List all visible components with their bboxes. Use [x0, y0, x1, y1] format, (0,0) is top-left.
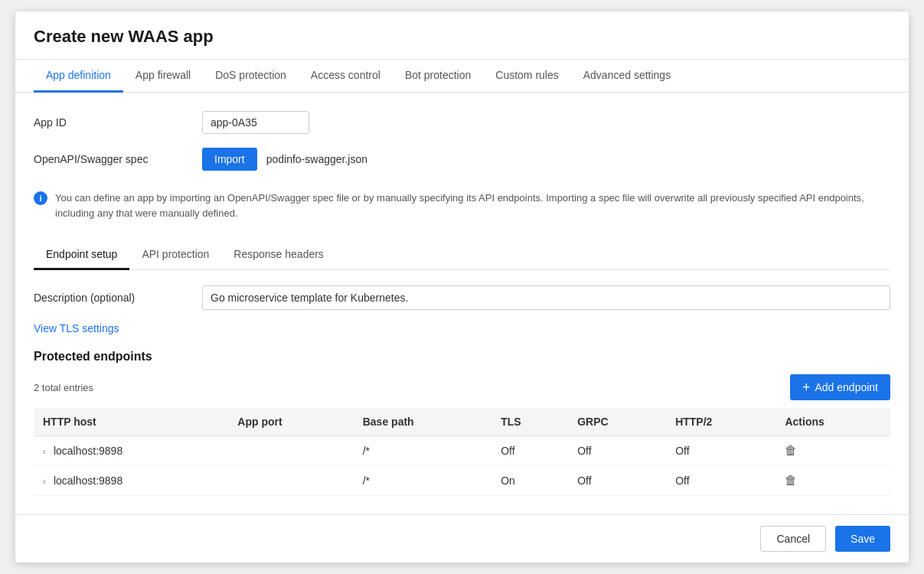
app-id-input[interactable]	[202, 111, 309, 134]
protected-endpoints-section: Protected endpoints 2 total entries + Ad…	[34, 350, 890, 496]
tab-bot-protection[interactable]: Bot protection	[393, 60, 483, 93]
cell-http-host-1: ‹ localhost:9898	[34, 436, 228, 466]
host-value-1: localhost:9898	[54, 445, 122, 457]
cell-http2-2: Off	[666, 466, 775, 496]
primary-tabs: App definition App firewall DoS protecti…	[15, 60, 909, 93]
secondary-tabs: Endpoint setup API protection Response h…	[34, 242, 890, 270]
col-grpc: GRPC	[568, 408, 666, 436]
cell-http2-1: Off	[666, 436, 775, 466]
table-header: HTTP host App port Base path TLS GRPC HT…	[34, 408, 890, 436]
app-id-label: App ID	[34, 116, 202, 129]
col-base-path: Base path	[354, 408, 491, 436]
col-actions: Actions	[775, 408, 890, 436]
cell-tls-2: On	[491, 466, 568, 496]
cancel-button[interactable]: Cancel	[760, 526, 826, 552]
import-button[interactable]: Import	[202, 148, 257, 171]
cell-http-host-2: ‹ localhost:9898	[34, 466, 228, 496]
modal-title: Create new WAAS app	[34, 27, 890, 47]
table-toolbar: 2 total entries + Add endpoint	[34, 374, 890, 400]
app-id-row: App ID	[34, 111, 890, 134]
delete-row-2-icon[interactable]: 🗑	[785, 474, 797, 487]
expand-icon-1[interactable]: ‹	[43, 446, 46, 457]
info-icon: i	[34, 191, 47, 205]
table-row: ‹ localhost:9898 /* On Off Off 🗑	[34, 466, 890, 496]
cell-app-port-1	[228, 436, 353, 466]
add-endpoint-button[interactable]: + Add endpoint	[790, 374, 890, 400]
tab-access-control[interactable]: Access control	[299, 60, 393, 93]
description-row: Description (optional)	[34, 285, 890, 310]
tab-advanced-settings[interactable]: Advanced settings	[571, 60, 683, 93]
cell-base-path-1: /*	[354, 436, 491, 466]
tab-custom-rules[interactable]: Custom rules	[483, 60, 570, 93]
modal-body: App ID OpenAPI/Swagger spec Import podin…	[15, 93, 909, 514]
cell-base-path-2: /*	[354, 466, 491, 496]
tab-api-protection[interactable]: API protection	[129, 242, 221, 270]
info-banner: i You can define an app by importing an …	[34, 184, 890, 227]
openapi-label: OpenAPI/Swagger spec	[34, 153, 202, 165]
endpoints-table: HTTP host App port Base path TLS GRPC HT…	[34, 408, 890, 496]
entries-count: 2 total entries	[34, 382, 93, 393]
tab-dos-protection[interactable]: DoS protection	[203, 60, 299, 93]
add-endpoint-label: Add endpoint	[815, 381, 878, 393]
col-tls: TLS	[491, 408, 568, 436]
expand-icon-2[interactable]: ‹	[43, 476, 46, 487]
modal-footer: Cancel Save	[15, 514, 909, 563]
col-http-host: HTTP host	[34, 408, 228, 436]
info-text: You can define an app by importing an Op…	[55, 191, 890, 220]
modal-header: Create new WAAS app	[15, 11, 909, 60]
table-row: ‹ localhost:9898 /* Off Off Off 🗑	[34, 436, 890, 466]
col-app-port: App port	[228, 408, 353, 436]
tab-endpoint-setup[interactable]: Endpoint setup	[34, 242, 129, 270]
import-row: Import podinfo-swagger.json	[202, 148, 367, 171]
col-http2: HTTP/2	[666, 408, 775, 436]
cell-tls-1: Off	[491, 436, 568, 466]
cell-grpc-2: Off	[568, 466, 666, 496]
cell-actions-1: 🗑	[775, 436, 890, 466]
import-filename: podinfo-swagger.json	[266, 153, 367, 165]
tab-app-firewall[interactable]: App firewall	[123, 60, 203, 93]
table-body: ‹ localhost:9898 /* Off Off Off 🗑	[34, 436, 890, 496]
save-button[interactable]: Save	[835, 526, 890, 552]
description-label: Description (optional)	[34, 292, 202, 304]
plus-icon: +	[802, 380, 811, 394]
cell-app-port-2	[228, 466, 353, 496]
tab-app-definition[interactable]: App definition	[34, 60, 123, 93]
create-waas-modal: Create new WAAS app App definition App f…	[15, 11, 909, 563]
tab-response-headers[interactable]: Response headers	[221, 242, 336, 270]
tls-settings-link[interactable]: View TLS settings	[34, 322, 119, 334]
openapi-row: OpenAPI/Swagger spec Import podinfo-swag…	[34, 148, 890, 171]
section-title: Protected endpoints	[34, 350, 890, 364]
host-value-2: localhost:9898	[54, 475, 122, 487]
cell-actions-2: 🗑	[775, 466, 890, 496]
description-input[interactable]	[202, 285, 890, 310]
delete-row-1-icon[interactable]: 🗑	[785, 444, 797, 457]
cell-grpc-1: Off	[568, 436, 666, 466]
